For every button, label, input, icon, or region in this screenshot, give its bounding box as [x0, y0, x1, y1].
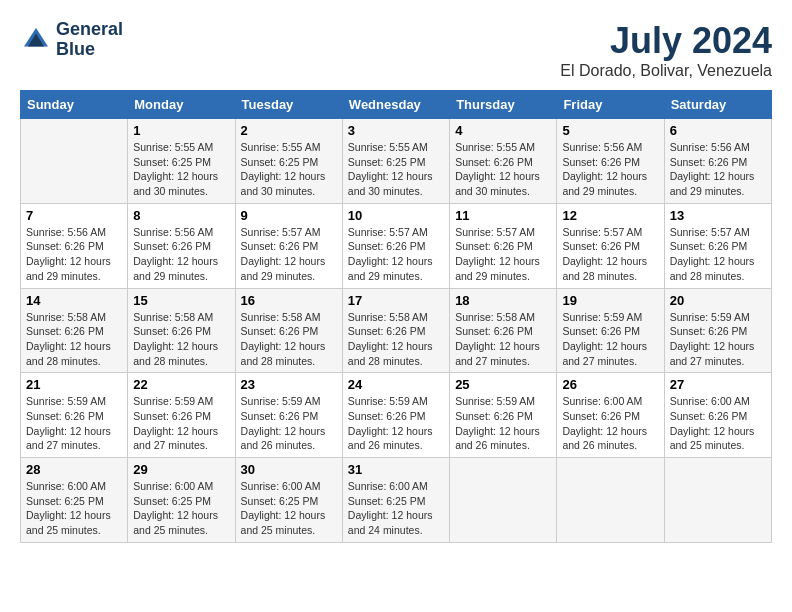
calendar-cell: 5Sunrise: 5:56 AM Sunset: 6:26 PM Daylig… [557, 119, 664, 204]
calendar-cell: 16Sunrise: 5:58 AM Sunset: 6:26 PM Dayli… [235, 288, 342, 373]
day-info: Sunrise: 5:59 AM Sunset: 6:26 PM Dayligh… [348, 394, 444, 453]
day-info: Sunrise: 5:58 AM Sunset: 6:26 PM Dayligh… [455, 310, 551, 369]
calendar-body: 1Sunrise: 5:55 AM Sunset: 6:25 PM Daylig… [21, 119, 772, 543]
calendar-cell: 2Sunrise: 5:55 AM Sunset: 6:25 PM Daylig… [235, 119, 342, 204]
day-info: Sunrise: 5:58 AM Sunset: 6:26 PM Dayligh… [241, 310, 337, 369]
day-info: Sunrise: 6:00 AM Sunset: 6:25 PM Dayligh… [26, 479, 122, 538]
day-info: Sunrise: 5:58 AM Sunset: 6:26 PM Dayligh… [348, 310, 444, 369]
calendar-cell: 30Sunrise: 6:00 AM Sunset: 6:25 PM Dayli… [235, 458, 342, 543]
calendar-week-row: 7Sunrise: 5:56 AM Sunset: 6:26 PM Daylig… [21, 203, 772, 288]
day-number: 30 [241, 462, 337, 477]
page-header: General Blue July 2024 El Dorado, Boliva… [20, 20, 772, 80]
calendar-table: SundayMondayTuesdayWednesdayThursdayFrid… [20, 90, 772, 543]
calendar-cell: 22Sunrise: 5:59 AM Sunset: 6:26 PM Dayli… [128, 373, 235, 458]
calendar-cell: 8Sunrise: 5:56 AM Sunset: 6:26 PM Daylig… [128, 203, 235, 288]
calendar-cell: 26Sunrise: 6:00 AM Sunset: 6:26 PM Dayli… [557, 373, 664, 458]
day-number: 20 [670, 293, 766, 308]
day-info: Sunrise: 5:56 AM Sunset: 6:26 PM Dayligh… [133, 225, 229, 284]
calendar-week-row: 21Sunrise: 5:59 AM Sunset: 6:26 PM Dayli… [21, 373, 772, 458]
calendar-cell: 6Sunrise: 5:56 AM Sunset: 6:26 PM Daylig… [664, 119, 771, 204]
day-info: Sunrise: 5:56 AM Sunset: 6:26 PM Dayligh… [670, 140, 766, 199]
calendar-week-row: 28Sunrise: 6:00 AM Sunset: 6:25 PM Dayli… [21, 458, 772, 543]
title-block: July 2024 El Dorado, Bolivar, Venezuela [560, 20, 772, 80]
header-cell-friday: Friday [557, 91, 664, 119]
day-number: 6 [670, 123, 766, 138]
calendar-cell: 25Sunrise: 5:59 AM Sunset: 6:26 PM Dayli… [450, 373, 557, 458]
day-number: 1 [133, 123, 229, 138]
day-info: Sunrise: 5:55 AM Sunset: 6:25 PM Dayligh… [348, 140, 444, 199]
calendar-cell: 12Sunrise: 5:57 AM Sunset: 6:26 PM Dayli… [557, 203, 664, 288]
calendar-cell: 7Sunrise: 5:56 AM Sunset: 6:26 PM Daylig… [21, 203, 128, 288]
day-info: Sunrise: 5:55 AM Sunset: 6:26 PM Dayligh… [455, 140, 551, 199]
calendar-cell: 31Sunrise: 6:00 AM Sunset: 6:25 PM Dayli… [342, 458, 449, 543]
calendar-cell [450, 458, 557, 543]
calendar-cell: 3Sunrise: 5:55 AM Sunset: 6:25 PM Daylig… [342, 119, 449, 204]
calendar-cell: 29Sunrise: 6:00 AM Sunset: 6:25 PM Dayli… [128, 458, 235, 543]
day-number: 18 [455, 293, 551, 308]
day-number: 11 [455, 208, 551, 223]
day-number: 10 [348, 208, 444, 223]
day-info: Sunrise: 5:57 AM Sunset: 6:26 PM Dayligh… [670, 225, 766, 284]
calendar-week-row: 1Sunrise: 5:55 AM Sunset: 6:25 PM Daylig… [21, 119, 772, 204]
day-info: Sunrise: 5:55 AM Sunset: 6:25 PM Dayligh… [241, 140, 337, 199]
day-number: 5 [562, 123, 658, 138]
calendar-cell: 21Sunrise: 5:59 AM Sunset: 6:26 PM Dayli… [21, 373, 128, 458]
calendar-cell: 14Sunrise: 5:58 AM Sunset: 6:26 PM Dayli… [21, 288, 128, 373]
day-number: 4 [455, 123, 551, 138]
day-number: 15 [133, 293, 229, 308]
calendar-cell: 13Sunrise: 5:57 AM Sunset: 6:26 PM Dayli… [664, 203, 771, 288]
header-cell-sunday: Sunday [21, 91, 128, 119]
day-number: 8 [133, 208, 229, 223]
location: El Dorado, Bolivar, Venezuela [560, 62, 772, 80]
header-cell-tuesday: Tuesday [235, 91, 342, 119]
day-number: 26 [562, 377, 658, 392]
day-number: 22 [133, 377, 229, 392]
day-number: 7 [26, 208, 122, 223]
day-info: Sunrise: 6:00 AM Sunset: 6:26 PM Dayligh… [562, 394, 658, 453]
calendar-cell: 1Sunrise: 5:55 AM Sunset: 6:25 PM Daylig… [128, 119, 235, 204]
day-number: 27 [670, 377, 766, 392]
calendar-cell: 23Sunrise: 5:59 AM Sunset: 6:26 PM Dayli… [235, 373, 342, 458]
calendar-cell: 27Sunrise: 6:00 AM Sunset: 6:26 PM Dayli… [664, 373, 771, 458]
day-number: 9 [241, 208, 337, 223]
day-info: Sunrise: 5:59 AM Sunset: 6:26 PM Dayligh… [26, 394, 122, 453]
day-info: Sunrise: 5:56 AM Sunset: 6:26 PM Dayligh… [562, 140, 658, 199]
day-info: Sunrise: 6:00 AM Sunset: 6:25 PM Dayligh… [241, 479, 337, 538]
day-info: Sunrise: 5:57 AM Sunset: 6:26 PM Dayligh… [241, 225, 337, 284]
day-info: Sunrise: 5:58 AM Sunset: 6:26 PM Dayligh… [133, 310, 229, 369]
calendar-cell: 20Sunrise: 5:59 AM Sunset: 6:26 PM Dayli… [664, 288, 771, 373]
day-info: Sunrise: 5:59 AM Sunset: 6:26 PM Dayligh… [562, 310, 658, 369]
calendar-week-row: 14Sunrise: 5:58 AM Sunset: 6:26 PM Dayli… [21, 288, 772, 373]
calendar-cell: 17Sunrise: 5:58 AM Sunset: 6:26 PM Dayli… [342, 288, 449, 373]
day-number: 12 [562, 208, 658, 223]
day-number: 16 [241, 293, 337, 308]
header-cell-monday: Monday [128, 91, 235, 119]
day-info: Sunrise: 5:58 AM Sunset: 6:26 PM Dayligh… [26, 310, 122, 369]
day-number: 3 [348, 123, 444, 138]
day-number: 14 [26, 293, 122, 308]
calendar-cell: 18Sunrise: 5:58 AM Sunset: 6:26 PM Dayli… [450, 288, 557, 373]
day-info: Sunrise: 5:55 AM Sunset: 6:25 PM Dayligh… [133, 140, 229, 199]
day-info: Sunrise: 6:00 AM Sunset: 6:26 PM Dayligh… [670, 394, 766, 453]
header-cell-saturday: Saturday [664, 91, 771, 119]
calendar-cell [557, 458, 664, 543]
day-info: Sunrise: 5:59 AM Sunset: 6:26 PM Dayligh… [241, 394, 337, 453]
day-number: 23 [241, 377, 337, 392]
day-info: Sunrise: 5:59 AM Sunset: 6:26 PM Dayligh… [455, 394, 551, 453]
header-cell-thursday: Thursday [450, 91, 557, 119]
day-info: Sunrise: 5:57 AM Sunset: 6:26 PM Dayligh… [455, 225, 551, 284]
day-number: 17 [348, 293, 444, 308]
day-number: 28 [26, 462, 122, 477]
day-number: 25 [455, 377, 551, 392]
day-info: Sunrise: 5:56 AM Sunset: 6:26 PM Dayligh… [26, 225, 122, 284]
calendar-cell: 4Sunrise: 5:55 AM Sunset: 6:26 PM Daylig… [450, 119, 557, 204]
logo: General Blue [20, 20, 123, 60]
day-info: Sunrise: 5:59 AM Sunset: 6:26 PM Dayligh… [670, 310, 766, 369]
header-cell-wednesday: Wednesday [342, 91, 449, 119]
calendar-cell: 15Sunrise: 5:58 AM Sunset: 6:26 PM Dayli… [128, 288, 235, 373]
calendar-cell [21, 119, 128, 204]
calendar-cell: 10Sunrise: 5:57 AM Sunset: 6:26 PM Dayli… [342, 203, 449, 288]
logo-icon [20, 24, 52, 56]
day-info: Sunrise: 5:57 AM Sunset: 6:26 PM Dayligh… [348, 225, 444, 284]
day-number: 21 [26, 377, 122, 392]
